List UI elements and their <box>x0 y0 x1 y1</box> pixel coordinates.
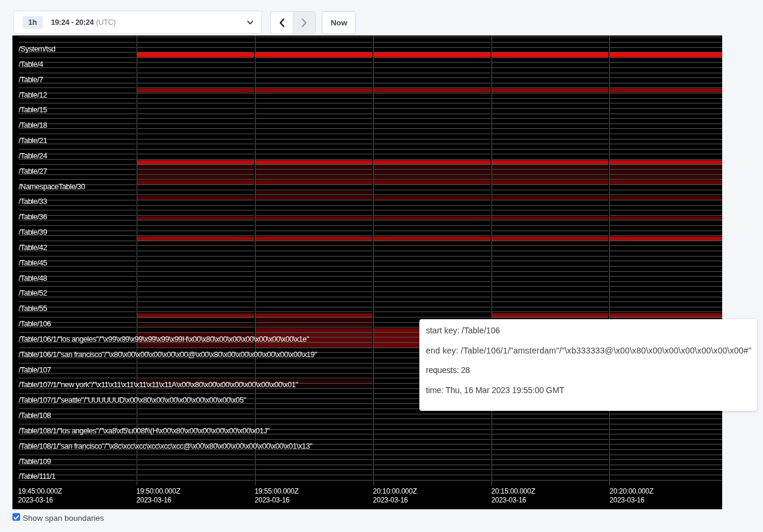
svg-text:/Table/109: /Table/109 <box>19 457 51 466</box>
svg-text:/Table/24: /Table/24 <box>19 151 47 160</box>
svg-text:/Table/106/1/"san francisco"/": /Table/106/1/"san francisco"/"\x80\x00\x… <box>19 350 318 359</box>
svg-text:2023-03-16: 2023-03-16 <box>18 496 53 504</box>
svg-text:19:55:00.000Z: 19:55:00.000Z <box>255 487 299 495</box>
svg-text:/Table/107: /Table/107 <box>19 365 51 374</box>
svg-text:2023-03-16: 2023-03-16 <box>610 496 645 504</box>
svg-text:/Table/108/1/"san francisco"/": /Table/108/1/"san francisco"/"\x8c\xcc\x… <box>19 442 313 450</box>
svg-text:/Table/106: /Table/106 <box>19 319 51 328</box>
svg-text:20:20:00.000Z: 20:20:00.000Z <box>610 487 654 495</box>
svg-text:20:15:00.000Z: 20:15:00.000Z <box>492 487 535 495</box>
svg-text:19:45:00.000Z: 19:45:00.000Z <box>18 487 62 495</box>
svg-text:/Table/7: /Table/7 <box>19 75 43 84</box>
svg-text:19:50:00.000Z: 19:50:00.000Z <box>137 487 180 495</box>
svg-text:/Table/21: /Table/21 <box>19 136 47 145</box>
svg-text:20:10:00.000Z: 20:10:00.000Z <box>373 487 417 495</box>
svg-text:/Table/12: /Table/12 <box>19 90 47 99</box>
svg-text:/Table/111/1: /Table/111/1 <box>19 472 56 481</box>
svg-text:/Table/45: /Table/45 <box>19 258 47 267</box>
svg-text:/Table/48: /Table/48 <box>19 274 47 283</box>
svg-text:/Table/33: /Table/33 <box>19 197 47 206</box>
svg-text:/Table/107/1/"new york"/"\x11\: /Table/107/1/"new york"/"\x11\x11\x11\x1… <box>19 380 299 389</box>
svg-text:/Table/106/1/"los angeles"/"\x: /Table/106/1/"los angeles"/"\x99\x99\x99… <box>19 335 310 343</box>
svg-text:/Table/42: /Table/42 <box>19 243 47 252</box>
svg-text:/Table/108/1/"los angeles"/"\x: /Table/108/1/"los angeles"/"\xa8\xf5\u00… <box>19 426 270 435</box>
svg-text:/Table/4: /Table/4 <box>19 60 43 69</box>
svg-text:/Table/52: /Table/52 <box>19 288 47 297</box>
svg-text:/NamespaceTable/30: /NamespaceTable/30 <box>19 182 86 191</box>
svg-text:/Table/107/1/"seattle"/"UUUUUU: /Table/107/1/"seattle"/"UUUUUUD\x00\x80\… <box>19 395 247 404</box>
svg-text:/Table/55: /Table/55 <box>19 304 47 313</box>
svg-text:/Table/36: /Table/36 <box>19 212 47 221</box>
svg-text:/Table/39: /Table/39 <box>19 228 47 236</box>
svg-text:2023-03-16: 2023-03-16 <box>255 496 290 504</box>
svg-text:/Table/15: /Table/15 <box>19 105 47 114</box>
svg-text:/System/tsd: /System/tsd <box>19 44 56 53</box>
svg-text:/Table/108: /Table/108 <box>19 411 51 420</box>
svg-text:2023-03-16: 2023-03-16 <box>373 496 408 504</box>
svg-text:2023-03-16: 2023-03-16 <box>492 496 526 504</box>
svg-text:/Table/27: /Table/27 <box>19 167 47 176</box>
svg-text:2023-03-16: 2023-03-16 <box>137 496 172 504</box>
svg-text:/Table/18: /Table/18 <box>19 121 47 129</box>
